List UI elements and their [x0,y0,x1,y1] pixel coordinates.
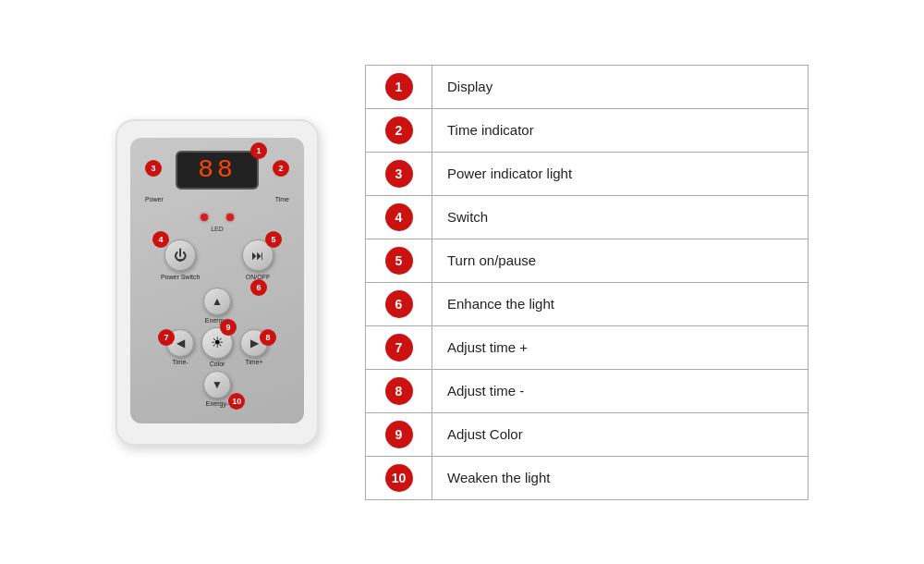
display-box: 88 [176,151,259,190]
badge-1: 1 [250,142,267,159]
time-plus-wrap: 8 ▶ Time+ [240,329,268,365]
table-row: 7 Adjust time + [366,325,808,369]
time-plus-label: Time+ [245,359,262,365]
table-label-cell: Power indicator light [432,152,808,195]
table-badge: 6 [385,290,413,318]
main-container: 3 1 88 2 Power Time [18,65,906,500]
table-badge-cell: 5 [366,239,432,282]
table-badge: 3 [385,160,413,188]
badge-2: 2 [273,160,289,177]
table-row: 4 Switch [366,195,808,239]
table-row: 2 Time indicator [366,108,808,152]
table-label-cell: Adjust time - [432,369,808,412]
table-row: 6 Enhance the light [366,282,808,325]
table-badge-cell: 4 [366,195,432,239]
energy-minus-section: ▼ Energy- 10 [140,371,295,407]
mid-buttons-row: 7 ◀ Time- 9 ☀ Color 8 ▶ Time+ [140,327,295,367]
energy-plus-section: 6 ▲ Energy+ [140,288,295,324]
table-badge: 4 [385,203,413,231]
table-label-cell: Adjust time + [432,325,808,369]
power-label: Power [145,196,164,202]
color-wrap: 9 ☀ Color [201,327,233,367]
table-badge: 9 [385,421,413,448]
badge-6: 6 [250,279,267,296]
table-badge-cell: 7 [366,325,432,369]
table-badge-cell: 2 [366,108,432,152]
main-buttons-row: 4 ⏻ Power Switch 5 ⏭ ON/OFF [140,239,295,280]
badge-10: 10 [228,393,245,410]
legend-table: 1 Display 2 Time indicator 3 Power indic… [365,65,808,500]
table-row: 1 Display [366,65,808,108]
time-minus-label: Time- [172,359,188,365]
time-label: Time [275,196,289,202]
legend-table-element: 1 Display 2 Time indicator 3 Power indic… [365,65,808,500]
table-badge-cell: 8 [366,369,432,412]
badge-4: 4 [152,231,169,248]
table-row: 8 Adjust time - [366,369,808,412]
badge-9: 9 [220,319,237,336]
table-badge: 1 [385,73,413,101]
badge-8: 8 [260,329,276,346]
table-badge-cell: 1 [366,65,432,108]
led-dot-right [226,214,234,221]
table-badge: 5 [385,247,413,275]
power-switch-label: Power Switch [161,274,200,280]
table-badge-cell: 3 [366,152,432,195]
badge-3: 3 [145,160,162,177]
table-badge-cell: 10 [366,456,432,499]
display-section: 3 1 88 2 Power Time [140,151,295,190]
table-label-cell: Turn on/pause [432,239,808,282]
led-section: LED [140,208,295,232]
table-badge: 10 [385,464,413,492]
badge-5: 5 [265,231,282,248]
table-row: 10 Weaken the light [366,456,808,499]
energy-minus-label: Energy- 10 [206,400,229,407]
table-badge: 8 [385,377,413,405]
remote-control: 3 1 88 2 Power Time [116,119,319,446]
table-label-cell: Weaken the light [432,456,808,499]
table-badge: 7 [385,334,413,362]
table-label-cell: Display [432,65,808,108]
table-badge: 2 [385,116,413,144]
table-label-cell: Switch [432,195,808,239]
badge-7: 7 [158,329,175,346]
power-switch-wrap: 4 ⏻ Power Switch [161,239,200,280]
led-label: LED [211,226,224,232]
table-row: 9 Adjust Color [366,412,808,456]
energy-plus-button[interactable]: ▲ [203,288,231,315]
power-switch-button[interactable]: ⏻ [164,239,196,271]
color-label: Color [210,361,225,367]
remote-inner: 3 1 88 2 Power Time [130,138,304,423]
table-label-cell: Adjust Color [432,412,808,456]
led-dot-left [201,214,208,221]
on-off-wrap: 5 ⏭ ON/OFF [242,239,274,280]
energy-minus-button[interactable]: ▼ [203,371,231,398]
table-row: 3 Power indicator light [366,152,808,195]
table-label-cell: Enhance the light [432,282,808,325]
table-badge-cell: 9 [366,412,432,456]
table-label-cell: Time indicator [432,108,808,152]
time-minus-wrap: 7 ◀ Time- [166,329,194,365]
table-row: 5 Turn on/pause [366,239,808,282]
table-badge-cell: 6 [366,282,432,325]
